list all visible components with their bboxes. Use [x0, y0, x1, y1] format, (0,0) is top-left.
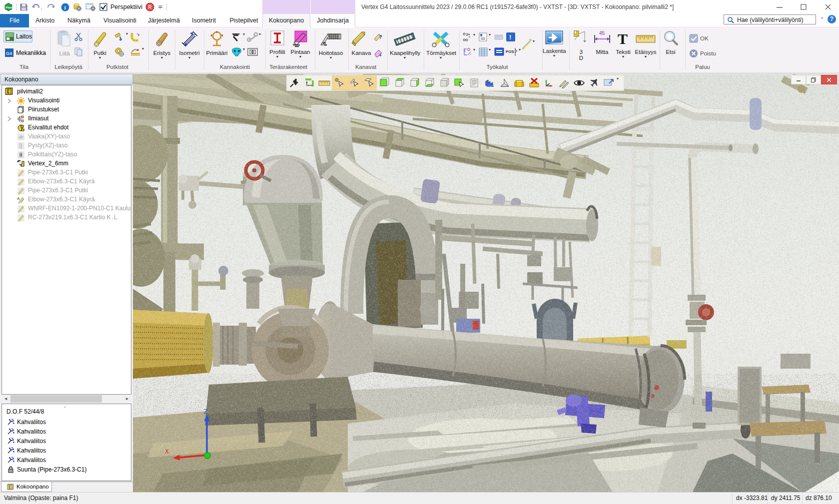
- svg-text:?: ?: [379, 34, 382, 40]
- svg-text:i: i: [64, 4, 66, 10]
- svg-text:!: !: [509, 33, 511, 41]
- svg-text:T: T: [618, 30, 628, 47]
- svg-text:POS: POS: [506, 49, 515, 54]
- svg-text:45: 45: [599, 30, 605, 36]
- svg-text:Plant: Plant: [6, 6, 13, 9]
- svg-text:G4: G4: [6, 51, 12, 56]
- svg-text:++: ++: [466, 33, 470, 36]
- svg-text:+: +: [379, 52, 382, 58]
- svg-text:i: i: [481, 34, 481, 37]
- svg-text:A: A: [17, 196, 20, 201]
- svg-text:Z: Z: [204, 408, 207, 415]
- svg-text:X: X: [165, 448, 169, 455]
- svg-text:R: R: [148, 4, 152, 10]
- svg-text:+: +: [119, 37, 122, 42]
- svg-text:Pl: Pl: [7, 37, 9, 40]
